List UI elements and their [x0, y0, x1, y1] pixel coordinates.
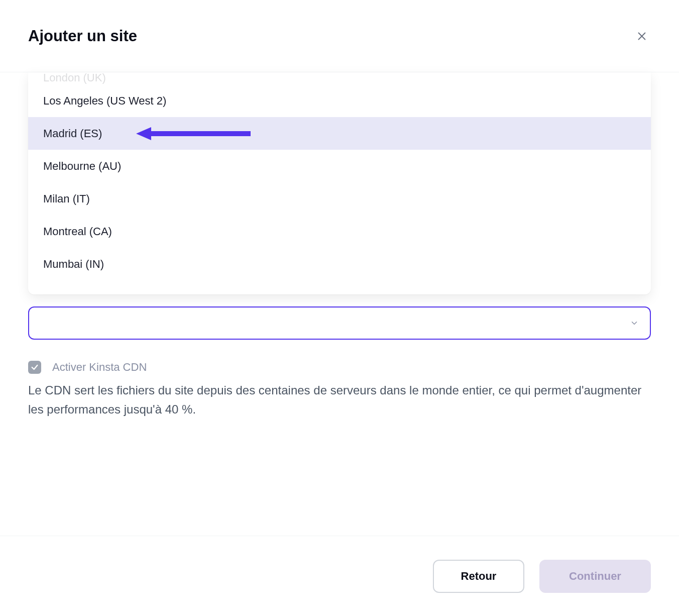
dropdown-bottom-spacer	[28, 280, 651, 294]
dropdown-option-label: Madrid (ES)	[43, 127, 102, 140]
datacenter-dropdown-list: London (UK) Los Angeles (US West 2) Madr…	[28, 72, 651, 294]
dropdown-option-label: Montreal (CA)	[43, 225, 112, 238]
dropdown-option-melbourne[interactable]: Melbourne (AU)	[28, 150, 651, 182]
svg-marker-3	[136, 127, 151, 140]
modal-title: Ajouter un site	[28, 27, 137, 45]
dropdown-option-montreal[interactable]: Montreal (CA)	[28, 215, 651, 248]
modal-body: London (UK) Los Angeles (US West 2) Madr…	[0, 72, 679, 616]
datacenter-select[interactable]	[28, 306, 651, 340]
dropdown-option-los-angeles[interactable]: Los Angeles (US West 2)	[28, 84, 651, 117]
dropdown-option-label: Melbourne (AU)	[43, 160, 121, 173]
cdn-checkbox-row: Activer Kinsta CDN	[28, 361, 651, 374]
dropdown-option-milan[interactable]: Milan (IT)	[28, 182, 651, 215]
cdn-checkbox[interactable]	[28, 361, 41, 374]
cdn-description: Le CDN sert les fichiers du site depuis …	[28, 381, 651, 420]
close-button[interactable]	[633, 27, 651, 45]
dropdown-option-label: London (UK)	[43, 72, 106, 84]
dropdown-option-partial[interactable]: London (UK)	[28, 72, 651, 84]
chevron-down-icon	[630, 319, 639, 328]
close-icon	[636, 31, 647, 42]
continue-button[interactable]: Continuer	[539, 560, 651, 593]
modal-footer: Retour Continuer	[0, 536, 679, 616]
modal-header: Ajouter un site	[0, 0, 679, 72]
dropdown-option-madrid[interactable]: Madrid (ES)	[28, 117, 651, 150]
dropdown-option-mumbai[interactable]: Mumbai (IN)	[28, 248, 651, 280]
dropdown-option-label: Los Angeles (US West 2)	[43, 94, 166, 108]
check-icon	[31, 363, 39, 371]
arrow-left-icon	[136, 126, 252, 141]
cdn-checkbox-label: Activer Kinsta CDN	[52, 361, 147, 374]
dropdown-option-label: Milan (IT)	[43, 192, 90, 206]
dropdown-option-label: Mumbai (IN)	[43, 258, 104, 271]
back-button[interactable]: Retour	[433, 560, 524, 593]
